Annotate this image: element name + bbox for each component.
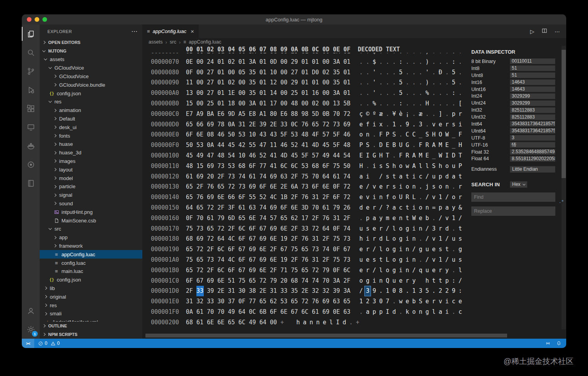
decoded-char[interactable]: e bbox=[321, 317, 328, 328]
decoded-char[interactable]: n bbox=[364, 129, 371, 140]
decoded-char[interactable]: t bbox=[444, 244, 450, 255]
hex-byte[interactable]: 32 bbox=[196, 296, 207, 307]
inspector-value[interactable]: 51 bbox=[510, 65, 555, 71]
hex-byte[interactable]: 00 bbox=[196, 77, 207, 88]
hex-byte[interactable]: 73 bbox=[312, 244, 322, 255]
decoded-char[interactable]: ) bbox=[424, 53, 430, 57]
hex-byte[interactable]: 49 bbox=[228, 307, 238, 317]
decoded-char[interactable]: . bbox=[411, 77, 417, 88]
decoded-char[interactable]: 3 bbox=[417, 286, 424, 296]
decoded-char[interactable]: s bbox=[457, 255, 464, 265]
hex-byte[interactable]: 20 bbox=[280, 276, 291, 286]
hex-byte[interactable]: 72 bbox=[259, 276, 270, 286]
decoded-char[interactable]: a bbox=[358, 171, 364, 182]
decoded-char[interactable]: . bbox=[417, 67, 424, 78]
decoded-char[interactable]: . bbox=[364, 67, 371, 78]
find-input[interactable] bbox=[471, 192, 555, 202]
decoded-char[interactable]: u bbox=[430, 171, 437, 182]
decoded-char[interactable]: 3 bbox=[371, 296, 378, 307]
decoded-char[interactable]: v bbox=[437, 296, 444, 307]
hex-byte[interactable]: 01 bbox=[217, 77, 228, 88]
decoded-char[interactable]: h bbox=[358, 234, 364, 244]
docker-icon[interactable] bbox=[22, 136, 40, 155]
hex-byte[interactable]: 65 bbox=[280, 213, 291, 224]
decoded-char[interactable]: i bbox=[411, 224, 417, 234]
decoded-char[interactable]: l bbox=[391, 224, 397, 234]
decoded-char[interactable]: o bbox=[397, 224, 404, 234]
tree-item-signal[interactable]: signal bbox=[40, 191, 142, 199]
hex-byte[interactable]: 72 bbox=[322, 119, 333, 130]
endianness-select[interactable]: Little Endian bbox=[510, 166, 555, 173]
decoded-char[interactable]: . bbox=[411, 88, 417, 98]
hex-byte[interactable]: 00 bbox=[196, 98, 207, 109]
decoded-char[interactable]: . bbox=[424, 109, 430, 119]
decoded-char[interactable]: . bbox=[391, 98, 397, 109]
explorer-icon[interactable] bbox=[22, 24, 40, 43]
decoded-char[interactable]: ) bbox=[424, 77, 430, 88]
hex-byte[interactable]: 64 bbox=[217, 234, 228, 244]
hex-byte[interactable]: E7 bbox=[186, 109, 196, 119]
decoded-char[interactable]: n bbox=[444, 182, 450, 192]
decoded-char[interactable]: 1 bbox=[450, 213, 457, 224]
hex-byte[interactable]: 48 bbox=[301, 129, 312, 140]
decoded-char[interactable]: 1 bbox=[358, 296, 364, 307]
decoded-char[interactable]: . bbox=[450, 307, 457, 317]
decoded-char[interactable]: y bbox=[411, 276, 417, 286]
tree-item-gcloudvoice-bundle[interactable]: GCloudVoice.bundle bbox=[40, 80, 142, 89]
hex-byte[interactable]: 67 bbox=[259, 224, 270, 234]
decoded-char[interactable]: r bbox=[430, 296, 437, 307]
hex-byte[interactable]: 6F bbox=[228, 265, 238, 276]
decoded-char[interactable]: . bbox=[397, 129, 404, 140]
broadcast-icon[interactable] bbox=[545, 341, 551, 346]
hex-byte[interactable]: 2F bbox=[186, 286, 196, 296]
hex-byte[interactable]: 76 bbox=[301, 234, 312, 244]
hex-byte[interactable]: 64 bbox=[259, 317, 270, 328]
decoded-char[interactable]: _ bbox=[450, 129, 457, 140]
decoded-char[interactable]: / bbox=[424, 224, 430, 234]
decoded-char[interactable]: . bbox=[417, 53, 424, 57]
hex-byte[interactable]: 53 bbox=[228, 161, 238, 171]
hex-byte[interactable]: 00 bbox=[322, 53, 333, 57]
decoded-char[interactable]: S bbox=[391, 129, 397, 140]
decoded-char[interactable]: s bbox=[391, 182, 397, 192]
hex-byte[interactable]: 75 bbox=[186, 224, 196, 234]
hex-byte[interactable]: 65 bbox=[343, 296, 354, 307]
hex-byte[interactable]: 01 bbox=[312, 57, 322, 67]
hex-byte[interactable]: 35 bbox=[291, 286, 301, 296]
horizontal-scrollbar-thumb[interactable] bbox=[145, 334, 507, 338]
hex-byte[interactable]: 0A bbox=[186, 307, 196, 317]
decoded-char[interactable]: u bbox=[450, 255, 457, 265]
decoded-char[interactable]: f bbox=[384, 192, 391, 203]
tree-item-particle[interactable]: particle bbox=[40, 182, 142, 191]
decoded-char[interactable]: . bbox=[450, 244, 457, 255]
hex-byte[interactable]: 3A bbox=[333, 53, 343, 57]
hex-byte[interactable]: 20 bbox=[207, 171, 217, 182]
hex-byte[interactable]: 73 bbox=[333, 119, 343, 130]
decoded-char[interactable]: y bbox=[450, 203, 457, 213]
test-explorer-icon[interactable] bbox=[22, 155, 40, 174]
hex-byte[interactable]: 0E bbox=[186, 57, 196, 67]
decoded-char[interactable]: E bbox=[424, 150, 430, 161]
hex-byte[interactable]: 01 bbox=[259, 88, 270, 98]
decoded-char[interactable]: . bbox=[430, 286, 437, 296]
hex-byte[interactable]: 6D bbox=[228, 213, 238, 224]
hex-byte[interactable]: 72 bbox=[207, 234, 217, 244]
decoded-char[interactable]: e bbox=[397, 276, 404, 286]
decoded-char[interactable]: . bbox=[358, 53, 364, 57]
hex-byte[interactable]: 0F bbox=[186, 67, 196, 78]
hex-byte[interactable]: 52 bbox=[259, 192, 270, 203]
hex-byte[interactable]: 1B bbox=[280, 192, 291, 203]
hex-byte[interactable]: 00 bbox=[196, 67, 207, 78]
hex-byte[interactable]: 44 bbox=[217, 140, 228, 150]
decoded-char[interactable]: W bbox=[444, 129, 450, 140]
hex-byte[interactable]: 2E bbox=[270, 119, 280, 130]
close-window-button[interactable] bbox=[27, 17, 32, 22]
hex-byte[interactable]: 2F bbox=[270, 265, 280, 276]
hex-byte[interactable]: 73 bbox=[238, 182, 249, 192]
hex-byte[interactable]: 01 bbox=[217, 57, 228, 67]
decoded-char[interactable]: o bbox=[358, 129, 364, 140]
hex-byte[interactable]: 13 bbox=[186, 88, 196, 98]
decoded-char[interactable]: e bbox=[457, 296, 464, 307]
hex-byte[interactable]: 6F bbox=[238, 192, 249, 203]
decoded-char[interactable]: . bbox=[411, 140, 417, 150]
